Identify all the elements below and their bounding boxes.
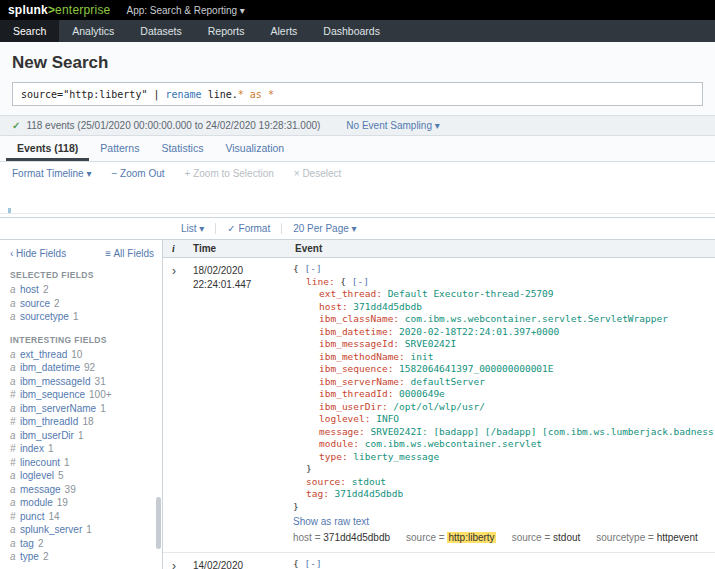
expand-chevron-icon[interactable]: ›	[172, 261, 176, 277]
nav-item-reports[interactable]: Reports	[195, 20, 258, 42]
field-message[interactable]: amessage39	[10, 483, 154, 497]
json-value[interactable]: /opt/ol/wlp/usr/	[388, 401, 485, 412]
field-ibm_messageId[interactable]: aibm_messageId31	[10, 375, 154, 389]
tab-statistics[interactable]: Statistics	[150, 136, 214, 161]
json-value[interactable]: SRVE0242I: [badapp] [/badapp] [com.ibm.w…	[365, 426, 715, 437]
field-ibm_datetime[interactable]: aibm_datetime92	[10, 361, 154, 375]
json-value[interactable]: SRVE0242I	[399, 338, 456, 349]
json-value[interactable]: stdout	[346, 476, 386, 487]
json-value[interactable]: com.ibm.ws.webcontainer.servlet.ServletW…	[399, 313, 668, 324]
field-ibm_threadId[interactable]: #ibm_threadId18	[10, 415, 154, 429]
timeline-axis	[0, 213, 715, 214]
json-punctuation: {	[293, 558, 304, 569]
field-host[interactable]: ahost2	[10, 283, 154, 297]
json-key[interactable]: message:	[319, 426, 365, 437]
event-time: 14/02/202020:08:10.206	[189, 553, 289, 569]
collapse-toggle[interactable]: [-]	[304, 263, 321, 274]
json-key[interactable]: ibm_messageId:	[319, 338, 399, 349]
json-line: ibm_className: com.ibm.ws.webcontainer.s…	[293, 313, 715, 326]
field-sourcetype[interactable]: asourcetype1	[10, 310, 154, 324]
list-view-dropdown[interactable]: List ▾	[170, 223, 216, 234]
json-value[interactable]: defaultServer	[405, 376, 485, 387]
app-menu-dropdown[interactable]: App: Search & Reporting ▾	[126, 5, 244, 16]
hide-fields-link[interactable]: ‹ Hide Fields	[10, 248, 66, 259]
json-value[interactable]: Default Executor-thread-25709	[382, 288, 554, 299]
json-value[interactable]: 371dd4d5dbdb	[329, 488, 403, 499]
tab-events[interactable]: Events (118)	[6, 136, 89, 161]
json-value[interactable]: INFO	[370, 413, 399, 424]
tab-visualization[interactable]: Visualization	[214, 136, 295, 161]
json-key[interactable]: ibm_datetime:	[319, 326, 393, 337]
json-key[interactable]: source:	[306, 476, 346, 487]
json-key[interactable]: type:	[319, 451, 348, 462]
json-value[interactable]: 2020-02-18T22:24:01.397+0000	[393, 326, 559, 337]
event-field-sourcetype[interactable]: sourcetype = httpevent	[596, 532, 697, 545]
event-body: { [-]line: { [-]ext_thread: Default Exec…	[289, 258, 715, 552]
field-punct[interactable]: #punct14	[10, 510, 154, 524]
zoom-out-button[interactable]: − Zoom Out	[111, 168, 164, 179]
field-ext_thread[interactable]: aext_thread10	[10, 348, 154, 362]
field-name-label: message	[20, 484, 61, 495]
field-splunk_server[interactable]: asplunk_server1	[10, 523, 154, 537]
json-key[interactable]: host:	[319, 301, 348, 312]
json-key[interactable]: tag:	[306, 488, 329, 499]
search-input[interactable]: source="http:liberty" | rename line.* as…	[12, 82, 703, 106]
nav-item-search[interactable]: Search	[0, 20, 59, 42]
json-key[interactable]: line:	[306, 276, 335, 287]
json-punctuation: {	[335, 276, 352, 287]
json-value[interactable]: com.ibm.ws.webcontainer.servlet	[359, 438, 542, 449]
json-key[interactable]: ibm_methodName:	[319, 351, 405, 362]
field-index[interactable]: #index1	[10, 442, 154, 456]
field-loglevel[interactable]: aloglevel5	[10, 469, 154, 483]
tab-patterns[interactable]: Patterns	[89, 136, 150, 161]
field-count-label: 1	[64, 457, 70, 468]
event-field-host[interactable]: host = 371dd4d5dbdb	[293, 532, 390, 545]
collapse-toggle[interactable]: [-]	[304, 558, 321, 569]
splunk-logo[interactable]: splunk>enterprise	[8, 3, 110, 17]
json-key[interactable]: ibm_serverName:	[319, 376, 405, 387]
field-ibm_sequence[interactable]: #ibm_sequence100+	[10, 388, 154, 402]
show-raw-link[interactable]: Show as raw text	[293, 516, 715, 529]
json-key[interactable]: ibm_sequence:	[319, 363, 393, 374]
column-header-time: Time	[189, 240, 289, 257]
json-line: host: 371dd4d5dbdb	[293, 301, 715, 314]
field-ibm_serverName[interactable]: aibm_serverName1	[10, 402, 154, 416]
json-value[interactable]: 371dd4d5dbdb	[348, 301, 422, 312]
format-button[interactable]: ✓ Format	[216, 223, 282, 234]
expand-chevron-icon[interactable]: ›	[172, 556, 176, 569]
json-value[interactable]: init	[405, 351, 434, 362]
event-timeline[interactable]	[0, 184, 715, 218]
field-ibm_userDir[interactable]: aibm_userDir1	[10, 429, 154, 443]
event-sampling-dropdown[interactable]: No Event Sampling ▾	[346, 120, 439, 131]
nav-item-datasets[interactable]: Datasets	[127, 20, 194, 42]
nav-item-alerts[interactable]: Alerts	[258, 20, 311, 42]
nav-item-analytics[interactable]: Analytics	[59, 20, 127, 42]
json-line: loglevel: INFO	[293, 413, 715, 426]
event-field-source[interactable]: source = http:liberty	[406, 532, 496, 545]
sidebar-scrollbar[interactable]	[156, 497, 161, 550]
json-key[interactable]: module:	[319, 438, 359, 449]
json-key[interactable]: loglevel:	[319, 413, 370, 424]
json-key[interactable]: ext_thread:	[319, 288, 382, 299]
field-type[interactable]: atype2	[10, 550, 154, 564]
json-key[interactable]: ibm_userDir:	[319, 401, 388, 412]
all-fields-link[interactable]: ≡ All Fields	[105, 248, 154, 259]
field-module[interactable]: amodule19	[10, 496, 154, 510]
json-value[interactable]: 0000649e	[393, 388, 444, 399]
json-key[interactable]: ibm_className:	[319, 313, 399, 324]
field-source[interactable]: asource2	[10, 297, 154, 311]
collapse-toggle[interactable]: [-]	[352, 276, 369, 287]
per-page-dropdown[interactable]: 20 Per Page ▾	[282, 223, 367, 234]
field-linecount[interactable]: #linecount1	[10, 456, 154, 470]
field-name-label: ibm_serverName	[20, 403, 96, 414]
json-value[interactable]: 1582064641397_000000000001E	[393, 363, 553, 374]
field-tag[interactable]: atag2	[10, 537, 154, 551]
field-name-label: host	[20, 284, 39, 295]
event-field-source[interactable]: source = stdout	[512, 532, 581, 545]
nav-item-dashboards[interactable]: Dashboards	[310, 20, 393, 42]
json-key[interactable]: ibm_threadId:	[319, 388, 393, 399]
json-value[interactable]: liberty_message	[348, 451, 440, 462]
field-count-label: 1	[73, 311, 79, 322]
json-line: }	[293, 501, 715, 514]
format-timeline-dropdown[interactable]: Format Timeline ▾	[12, 168, 91, 179]
